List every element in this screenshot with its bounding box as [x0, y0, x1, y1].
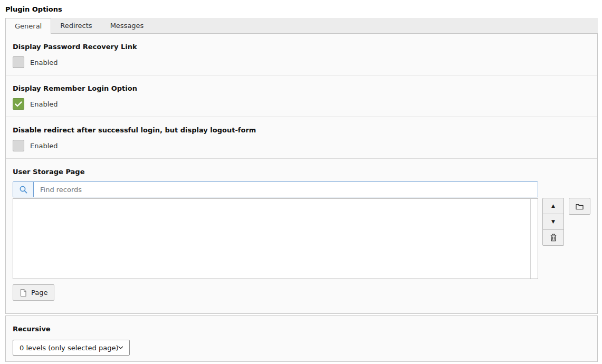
- field-disable-redirect: Disable redirect after successful login,…: [6, 117, 597, 159]
- checkmark-icon: [15, 101, 22, 107]
- move-up-button[interactable]: ▲: [542, 198, 564, 214]
- search-icon: [19, 185, 28, 194]
- checkbox-label: Enabled: [30, 100, 58, 108]
- checkbox-label: Enabled: [30, 142, 58, 150]
- general-tab-panel: Display Password Recovery Link Enabled D…: [5, 33, 598, 314]
- page-icon: [20, 289, 27, 297]
- tab-redirects[interactable]: Redirects: [51, 18, 101, 33]
- arrow-up-icon: ▲: [551, 204, 555, 208]
- trash-icon: [549, 233, 558, 242]
- search-input[interactable]: [34, 182, 538, 197]
- field-recursive: Recursive 0 levels (only selected page): [6, 316, 597, 361]
- browse-records-button[interactable]: [569, 198, 590, 215]
- checkbox-label: Enabled: [30, 59, 58, 66]
- search-addon: [13, 182, 34, 197]
- tab-bar: General Redirects Messages: [5, 18, 598, 33]
- record-order-button-group: ▲ ▼: [542, 198, 564, 246]
- folder-icon: [575, 203, 584, 210]
- move-down-button[interactable]: ▼: [542, 214, 564, 230]
- field-label: Display Password Recovery Link: [13, 43, 590, 51]
- delete-record-button[interactable]: [542, 229, 564, 246]
- field-password-recovery: Display Password Recovery Link Enabled: [6, 34, 597, 75]
- add-page-record-button[interactable]: Page: [13, 284, 54, 301]
- checkbox-row: Enabled: [13, 140, 590, 151]
- remember-login-checkbox[interactable]: [13, 98, 24, 110]
- recursive-panel: Recursive 0 levels (only selected page): [5, 315, 598, 362]
- arrow-down-icon: ▼: [551, 219, 555, 224]
- page-title: Plugin Options: [5, 5, 598, 13]
- field-label: Display Remember Login Option: [13, 84, 590, 92]
- selected-records-listbox[interactable]: [13, 198, 538, 279]
- field-label: Disable redirect after successful login,…: [13, 126, 590, 134]
- field-remember-login: Display Remember Login Option Enabled: [6, 75, 597, 117]
- record-selector-main: Page: [13, 181, 538, 301]
- tab-general[interactable]: General: [5, 18, 51, 34]
- tab-messages[interactable]: Messages: [101, 18, 153, 33]
- field-label: User Storage Page: [13, 168, 590, 176]
- plugin-options-form: Plugin Options General Redirects Message…: [0, 0, 602, 362]
- chevron-down-icon: [118, 346, 123, 350]
- password-recovery-checkbox[interactable]: [13, 56, 24, 68]
- record-search: [13, 181, 538, 197]
- recursive-selected-value: 0 levels (only selected page): [20, 344, 118, 352]
- field-user-storage-page: User Storage Page: [6, 159, 597, 313]
- field-label: Recursive: [13, 325, 590, 333]
- checkbox-row: Enabled: [13, 56, 590, 68]
- checkbox-row: Enabled: [13, 98, 590, 110]
- disable-redirect-checkbox[interactable]: [13, 140, 24, 151]
- record-selector: Page ▲ ▼: [13, 181, 590, 301]
- record-selector-controls: ▲ ▼: [542, 198, 590, 246]
- recursive-select[interactable]: 0 levels (only selected page): [13, 340, 130, 356]
- add-page-record-label: Page: [31, 289, 47, 296]
